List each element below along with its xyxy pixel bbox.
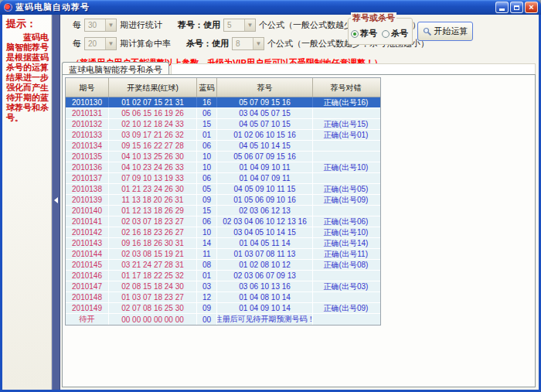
cell-blue: 05 [197,184,217,194]
cell-period: 2010145 [66,260,109,270]
cell-blue: 15 [197,206,217,216]
client-area: 提示： 蓝码电脑智能荐号是根据蓝码杀号的运算结果进一步强化而产生待开期的蓝球荐号… [2,15,539,390]
column-header: 开奖结果(红球) [109,78,197,97]
table-row[interactable]: 201013604 10 23 24 26 331001 04 09 10 11… [66,162,380,173]
stat-period-value: 30 [88,21,97,29]
run-button[interactable]: 开始运算 [417,22,473,41]
dropdown-arrow-icon: ▼ [253,38,264,49]
stat-label: 期进行统计 [120,19,162,31]
maximize-button[interactable] [510,2,523,13]
tip-sidebar: 提示： 蓝码电脑智能荐号是根据蓝码杀号的运算结果进一步强化而产生待开期的蓝球荐号… [2,15,52,390]
cell-period: 2010131 [66,108,109,118]
table-row[interactable]: 201013911 13 18 20 26 310901 05 06 09 10… [66,195,380,206]
mode-groupbox: 荐号或杀号 荐号 杀号 [348,18,413,45]
cell-verdict: 正确(出号03) [313,281,379,291]
radio-icon[interactable] [382,30,390,38]
table-row[interactable]: 201014902 07 08 16 25 300901 04 09 10 14… [66,303,380,314]
minimize-button[interactable] [495,2,509,13]
cell-pick: 01 04 07 09 11 [217,173,313,183]
window-title: 蓝码电脑自动荐号 [15,2,494,13]
table-row[interactable]: 201014001 12 13 18 26 291502 03 06 12 13 [66,206,380,216]
table-row[interactable]: 201013409 15 16 22 27 280604 05 10 14 15 [66,141,380,152]
cell-result: 02 10 12 18 24 33 [109,119,197,129]
cell-result: 02 16 18 23 26 27 [109,227,197,237]
cell-pick: 注册后可见待开期预测号码！ [217,314,313,325]
cell-pick: 03 06 10 13 16 [217,281,313,291]
cell-pick: 01 02 06 10 15 16 [217,130,313,140]
table-row[interactable]: 201013202 10 12 18 24 331504 05 07 10 15… [66,119,380,130]
cell-result: 02 03 08 15 19 21 [109,249,197,259]
grid-header: 期号开奖结果(红球)蓝码荐号荐号对错 [66,78,380,97]
cell-result: 03 21 24 27 28 31 [109,260,197,270]
run-button-label: 开始运算 [434,26,468,37]
table-row[interactable]: 201014102 03 07 18 23 270602 03 04 06 10… [66,216,380,227]
table-row[interactable]: 201014402 03 08 15 19 211101 03 07 08 11… [66,249,380,260]
table-row[interactable]: 201013105 06 15 16 19 260603 04 05 07 15 [66,108,380,119]
grid-body: 201013001 02 07 15 21 311605 07 09 15 16… [66,97,380,325]
close-icon: × [529,3,533,12]
cell-pick: 04 05 09 10 11 15 [217,184,313,194]
table-row[interactable]: 201014801 03 07 18 23 271201 04 08 10 14 [66,292,380,303]
column-header: 荐号 [217,78,313,97]
table-row[interactable]: 201013801 21 23 24 26 300504 05 09 10 11… [66,184,380,195]
column-header: 荐号对错 [313,78,379,97]
cell-verdict [313,173,379,183]
cell-verdict: 正确(出号16) [313,97,379,107]
pick-use-label: 荐号：使用 [178,19,220,31]
cell-verdict [313,152,379,162]
cell-result: 02 08 15 18 24 30 [109,281,197,291]
cell-pick: 04 05 07 10 15 [217,119,313,129]
hitrate-label: 期计算命中率 [120,38,171,49]
cell-blue: 14 [197,238,217,248]
table-row[interactable]: 201014309 16 18 26 30 311401 04 05 11 14… [66,238,380,249]
close-button[interactable]: × [525,2,538,13]
radio-kill[interactable]: 杀号 [382,28,408,39]
tab-smart-pick[interactable]: 蓝球电脑智能荐号和杀号 [62,62,169,75]
radio-kill-label: 杀号 [391,28,408,39]
cell-verdict: 正确(出号09) [313,303,379,313]
cell-verdict [313,141,379,151]
cell-result: 05 06 15 16 19 26 [109,108,197,118]
cell-period: 2010144 [66,249,109,259]
cell-blue: 16 [197,97,217,107]
table-row[interactable]: 待开00 00 00 00 00 0000注册后可见待开期预测号码！ [66,314,380,325]
cell-blue: 10 [197,162,217,172]
radio-icon[interactable] [351,30,359,38]
cell-blue: 10 [197,227,217,237]
stat-period-select[interactable]: 30 ▼ [84,19,117,32]
hitrate-period-select[interactable]: 20 ▼ [84,37,117,50]
app-icon [4,3,12,12]
tab-strip-filler [171,63,536,75]
tab-page: 期号开奖结果(红球)蓝码荐号荐号对错 201013001 02 07 15 21… [62,74,536,387]
every-label: 每 [73,19,81,31]
cell-blue: 06 [197,216,217,227]
cell-pick: 05 07 09 15 16 [217,97,313,107]
cell-period: 2010132 [66,119,109,129]
sidebar-splitter[interactable] [52,15,60,390]
table-row[interactable]: 201014202 16 18 23 26 271003 04 05 10 14… [66,227,380,238]
table-row[interactable]: 201013707 09 10 13 19 330601 04 07 09 11 [66,173,380,184]
cell-pick: 02 03 06 12 13 [217,206,313,216]
pick-formula-select[interactable]: 5 ▼ [223,19,256,32]
cell-verdict [313,292,379,302]
cell-blue: 06 [197,173,217,183]
dropdown-arrow-icon: ▼ [244,19,255,31]
radio-pick[interactable]: 荐号 [351,28,377,39]
table-row[interactable]: 201014702 08 15 18 24 300303 06 10 13 16… [66,281,380,292]
table-row[interactable]: 201013001 02 07 15 21 311605 07 09 15 16… [66,97,380,108]
table-row[interactable]: 201014601 17 18 22 25 320102 03 06 07 09… [66,271,380,281]
app-window: 蓝码电脑自动荐号 × 提示： 蓝码电脑智能荐号是根据蓝码杀号的运算结果进一步强化… [0,0,541,392]
cell-pick: 01 04 09 10 14 [217,303,313,313]
cell-pick: 01 04 09 10 11 [217,162,313,172]
table-row[interactable]: 201013303 09 17 21 26 320101 02 06 10 15… [66,130,380,141]
table-row[interactable]: 201014503 21 24 27 28 310801 02 08 10 12… [66,260,380,271]
dropdown-arrow-icon: ▼ [105,38,116,49]
cell-pick: 01 05 06 09 10 16 [217,195,313,205]
cell-result: 00 00 00 00 00 00 [109,314,197,325]
collapse-arrow-icon[interactable] [54,197,58,203]
kill-formula-select[interactable]: 8 ▼ [232,37,264,50]
cell-period: 2010149 [66,303,109,313]
table-row[interactable]: 201013504 10 13 25 26 301005 06 07 09 15… [66,152,380,162]
cell-pick: 01 04 05 11 14 [217,238,313,248]
tip-text: 蓝码电脑智能荐号是根据蓝码杀号的运算结果进一步强化而产生待开期的蓝球荐号和杀号。 [6,32,49,123]
